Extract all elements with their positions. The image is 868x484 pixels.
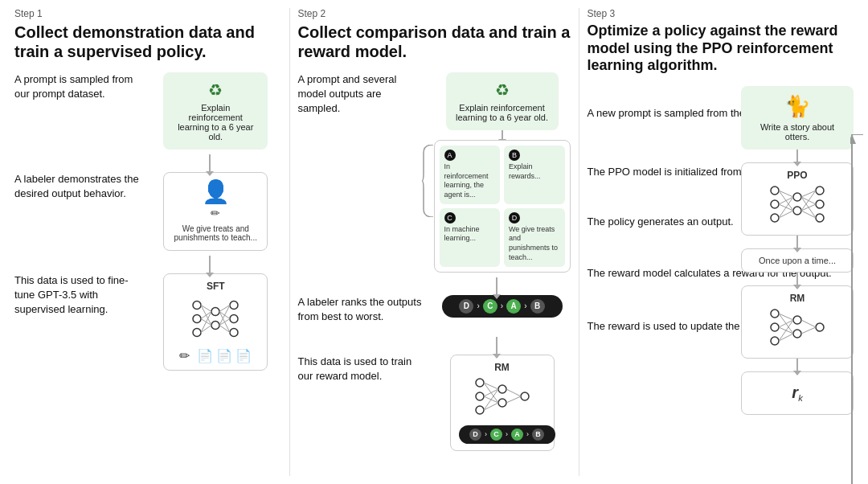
rm-small-box: RM [741,285,854,359]
flow2-row1: A prompt and several model outputs are s… [298,72,571,273]
svg-point-5 [230,301,238,310]
sep3: › [524,301,526,310]
svg-point-38 [793,207,801,215]
reward-k: k [798,393,803,403]
step3-title: Optimize a policy against the reward mod… [588,23,854,75]
column-step2: Step 2 Collect comparison data and train… [290,8,579,476]
step1-label: Step 1 [14,8,281,19]
flow3-text5-wrap: The reward is used to update the policy … [588,306,734,355]
flow2-text3: This data is used to train our reward mo… [298,355,423,384]
col3-texts: A new prompt is sampled from the dataset… [588,86,734,476]
prompt-box-step2: ♻ Explain reinforcement learning to a 6 … [446,72,559,130]
network-svg-rm [470,375,534,419]
rank-C-bot: C [490,429,502,441]
prompt-text-step2: Explain reinforcement learning to a 6 ye… [456,103,548,122]
arrow-col2-1 [502,130,503,140]
arrow-col3-2 [796,236,798,248]
svg-point-7 [230,329,238,337]
recycle-icon: ♻ [173,80,258,100]
person-diagram-box: 👤 ✏ We give treats and punishments to te… [163,172,268,251]
sep1: › [477,301,479,310]
flow3-text3: The policy generates an output. [588,215,734,229]
ppo-label: PPO [750,170,845,181]
person-box-text: We give treats and punishments to teach.… [174,224,257,242]
network-svg-rm-col3 [765,306,829,350]
flow2-diagram2: D › C › A › B [434,295,571,318]
flow1-text1: A prompt is sampled from our prompt data… [14,72,139,101]
outputs-grid: A In reinforcement learning, the agent i… [440,146,565,267]
svg-point-23 [498,385,506,393]
arrow1 [209,154,211,172]
svg-point-21 [476,392,484,400]
rank-A-bot: A [511,429,523,441]
sft-label: SFT [172,281,259,292]
doc-icon3: 📄 [235,349,252,363]
flow1-row1: A prompt is sampled from our prompt data… [14,72,281,150]
rm-ranking-bottom: D › C › A › B [459,425,546,444]
col3-diagrams: 🐈 Write a story about otters. PPO [741,86,854,476]
flow2-text1: A prompt and several model outputs are s… [298,72,423,117]
svg-point-58 [793,330,801,338]
rank-A: A [506,299,521,314]
badge-C: C [444,212,456,224]
svg-point-40 [816,200,824,208]
arrow-col3-4 [796,359,798,371]
sep-bot3: › [526,430,529,438]
svg-line-32 [506,389,521,396]
connector-col2-1 [298,277,571,295]
sft-box: SFT [163,273,268,371]
step1-title: Collect demonstration data and train a s… [14,23,281,61]
svg-point-55 [771,323,779,331]
output-text-A: In reinforcement learning, the agent is.… [444,162,496,200]
rm-label-col2: RM [459,362,546,373]
flow1-row3: This data is used to fine-tune GPT-3.5 w… [14,273,281,371]
flow2-diagram3: RM [434,355,571,451]
connector1 [14,154,281,172]
svg-point-41 [816,214,824,222]
network-svg-ppo [765,183,829,227]
output-box-A: A In reinforcement learning, the agent i… [440,146,501,204]
prompt-text-step1: Explain reinforcement learning to a 6 ye… [178,103,253,142]
flow1-diagram2: 👤 ✏ We give treats and punishments to te… [150,172,281,251]
flow1-text3: This data is used to fine-tune GPT-3.5 w… [14,273,139,318]
person-icon: 👤 [174,181,257,203]
col3-content: A new prompt is sampled from the dataset… [588,86,854,476]
cat-box-text: Write a story about otters. [760,122,834,142]
network-svg-sft [187,295,244,343]
doc-icon2: 📄 [216,349,232,363]
svg-point-20 [476,379,484,387]
arrow2 [209,256,211,273]
svg-point-22 [476,406,484,414]
badge-A: A [444,150,456,161]
svg-point-3 [211,308,219,316]
output-box-B: B Explain rewards... [504,146,565,204]
svg-line-66 [801,320,816,327]
svg-line-67 [801,327,816,334]
badge-D: D [509,212,520,224]
doc-icons: ✏ 📄 📄 📄 [172,348,259,363]
rm-box-col2: RM [450,355,555,451]
ranking-row: D › C › A › B [442,295,563,318]
reward-r: r [792,384,798,401]
svg-point-59 [816,323,824,331]
rank-D: D [459,299,473,314]
output-text-B: Explain rewards... [509,162,560,181]
flow2-row2: A labeler ranks the outputs from best to… [298,295,571,332]
flow1-diagram3: SFT [150,273,281,371]
sep-bot1: › [485,430,487,438]
step3-label: Step 3 [588,8,854,19]
rm-small-label: RM [750,293,845,304]
page: Step 1 Collect demonstration data and tr… [0,0,868,484]
flow2-text2: A labeler ranks the outputs from best to… [298,295,423,324]
column-step1: Step 1 Collect demonstration data and tr… [6,8,290,476]
flow3-text4-wrap: The reward model calculates a reward for… [588,248,734,306]
sep-bot2: › [506,430,508,438]
connector-col2-2 [298,337,571,355]
svg-point-36 [771,214,779,222]
arrow-col3-1 [796,150,798,162]
svg-line-33 [506,396,521,403]
svg-point-6 [230,315,238,323]
column-step3: Step 3 Optimize a policy against the rew… [579,8,862,476]
output-box-D: D We give treats and punishments to teac… [504,208,565,267]
flow3-text1-wrap: A new prompt is sampled from the dataset… [588,86,734,149]
